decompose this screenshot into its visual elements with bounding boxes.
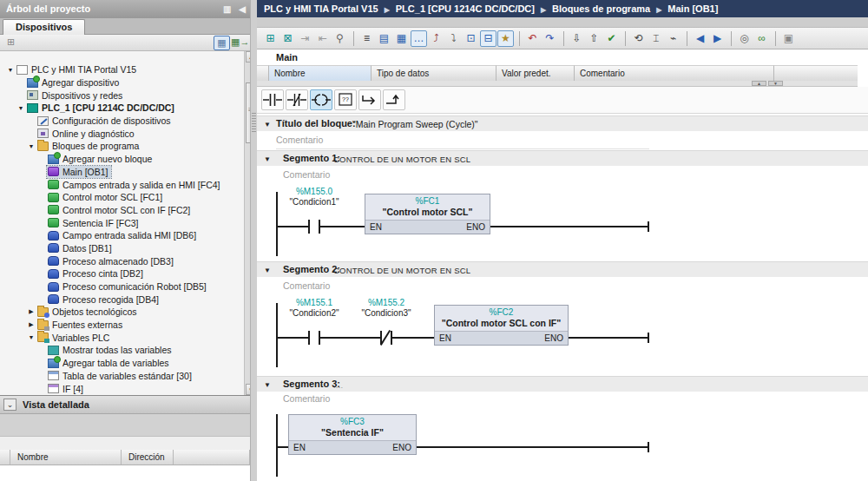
sort-filter-icon[interactable]: ⊞: [3, 36, 18, 49]
collapse-icon[interactable]: ▼: [264, 381, 271, 389]
undo-icon[interactable]: ↶: [524, 30, 541, 47]
tree-item[interactable]: Control motor SCL [FC1]: [0, 191, 244, 204]
network-title-icon[interactable]: ≡: [358, 30, 375, 47]
tree-item[interactable]: ▼PLC y HMI TIA Portal V15: [0, 63, 244, 76]
iface-col-valor[interactable]: Valor predet.: [496, 65, 575, 81]
no-contact[interactable]: [308, 331, 310, 345]
nc-contact-icon[interactable]: [286, 89, 308, 110]
search-icon[interactable]: ◎: [736, 30, 753, 47]
fc-call-block[interactable]: %FC2 "Control motor SCL con IF" EN ENO: [434, 305, 569, 346]
panel-splitter[interactable]: [250, 0, 257, 481]
panel-collapse-icon[interactable]: ◀: [239, 4, 246, 14]
operand-comment-icon[interactable]: ▦: [393, 30, 410, 47]
delete-row-icon[interactable]: ⇤: [314, 30, 331, 47]
tree-item[interactable]: Proceso almacenado [DB3]: [0, 254, 244, 267]
favorites-icon[interactable]: ★: [497, 30, 514, 47]
tree-item[interactable]: ▼Bloques de programa: [0, 140, 244, 153]
expand-boxes-icon[interactable]: ⊡: [463, 30, 479, 47]
expand-icon[interactable]: ▶: [26, 308, 36, 315]
lock-icon[interactable]: ▣: [780, 30, 797, 47]
collapse-icon[interactable]: ▼: [264, 267, 271, 274]
breadcrumb-item[interactable]: Main [OB1]: [667, 3, 718, 14]
no-contact-icon[interactable]: [261, 89, 284, 110]
operand-address[interactable]: %M155.2: [343, 298, 430, 307]
tree-item[interactable]: Agregar dispositivo: [0, 76, 244, 89]
collapse-icon[interactable]: ▼: [264, 155, 271, 163]
tab-dispositivos[interactable]: Dispositivos: [3, 19, 85, 36]
tree-item[interactable]: Online y diagnóstico: [0, 127, 244, 140]
fc-call-block[interactable]: %FC3 "Sentencia IF" EN ENO: [288, 414, 417, 455]
tree-item[interactable]: Proceso recogida [DB4]: [0, 293, 244, 306]
tree-item[interactable]: ▼Variables PLC: [0, 331, 244, 344]
tree-item[interactable]: Dispositivos y redes: [0, 89, 244, 102]
breadcrumb-item[interactable]: Bloques de programa: [552, 3, 650, 14]
segment-2-header[interactable]: ▼ Segmento 2: CONTROL DE UN MOTOR EN SCL: [257, 261, 868, 277]
sync-call-icon[interactable]: ⟲: [630, 30, 647, 47]
operand-name[interactable]: "Condicion1": [271, 197, 358, 207]
empty-box-icon[interactable]: ??: [334, 89, 357, 110]
go-offline-icon[interactable]: ▶: [709, 30, 726, 47]
iface-col-tipo[interactable]: Tipo de datos: [372, 65, 496, 81]
breadcrumb-item[interactable]: PLC y HMI TIA Portal V15: [264, 3, 378, 14]
tree-item[interactable]: ▼PLC_1 [CPU 1214C DC/DC/DC]: [0, 102, 244, 115]
open-branches-icon[interactable]: ⤴: [428, 30, 444, 47]
details-view-icon[interactable]: ▦: [214, 36, 230, 50]
network-comment-icon[interactable]: …: [411, 30, 427, 47]
tree-item[interactable]: Sentencia IF [FC3]: [0, 216, 244, 229]
operand-info-icon[interactable]: ▤: [376, 30, 392, 47]
table-export-icon[interactable]: ▦→: [231, 36, 246, 49]
collapse-boxes-icon[interactable]: ⊟: [480, 30, 496, 47]
open-branch-icon[interactable]: [358, 89, 381, 110]
coil-icon[interactable]: [310, 89, 332, 110]
collapse-icon[interactable]: ▼: [5, 67, 16, 73]
eno-pin[interactable]: ENO: [466, 222, 485, 232]
close-branch-icon[interactable]: [383, 89, 405, 110]
block-comment[interactable]: Comentario: [276, 135, 649, 149]
chevron-down-icon[interactable]: ⌄: [3, 399, 16, 411]
eno-pin[interactable]: ENO: [544, 333, 563, 343]
go-online-icon[interactable]: ◀: [692, 30, 708, 47]
tree-item[interactable]: IF [4]: [0, 382, 244, 395]
detail-col-direccion[interactable]: Dirección: [122, 450, 174, 465]
redo-icon[interactable]: ↷: [542, 30, 558, 47]
operand-name[interactable]: "Condicion3": [343, 308, 430, 318]
collapse-icon[interactable]: ▼: [16, 105, 26, 111]
tree-item[interactable]: Proceso cinta [DB2]: [0, 267, 244, 280]
no-contact[interactable]: [308, 220, 310, 234]
tree-item[interactable]: Proceso comunicación Robot [DB5]: [0, 280, 244, 293]
expand-up-icon[interactable]: ▲: [752, 81, 766, 86]
collapse-icon[interactable]: ▼: [26, 143, 36, 149]
operand-address[interactable]: %M155.0: [271, 187, 358, 196]
tree-item[interactable]: Main [OB1]: [0, 166, 244, 179]
panel-windows-icon[interactable]: ▥: [223, 4, 231, 14]
tree-item[interactable]: Tabla de variables estándar [30]: [0, 370, 244, 383]
insert-operand-icon[interactable]: ⚲: [332, 30, 348, 47]
segment-1-header[interactable]: ▼ Segmento 1: CONTROL DE UN MOTOR EN SCL: [257, 150, 868, 166]
segment-3-title[interactable]: ....: [333, 380, 343, 390]
tree-item[interactable]: Datos [DB1]: [0, 242, 244, 255]
en-pin[interactable]: EN: [370, 222, 382, 232]
tree-item[interactable]: Campos entrada y salida en HMI [FC4]: [0, 178, 244, 191]
upload-icon[interactable]: ⇧: [586, 30, 602, 47]
collapse-icon[interactable]: ▼: [264, 121, 271, 128]
close-branches-icon[interactable]: ⤵: [445, 30, 462, 47]
en-pin[interactable]: EN: [439, 333, 451, 343]
tree-item[interactable]: ▶Objetos tecnológicos: [0, 306, 244, 319]
tree-item[interactable]: ▶Fuentes externas: [0, 319, 244, 332]
splitter-grip-icon[interactable]: [252, 113, 256, 132]
breadcrumb-item[interactable]: PLC_1 [CPU 1214C DC/DC/DC]: [396, 3, 535, 14]
iface-col-comentario[interactable]: Comentario: [575, 65, 774, 81]
compile-icon[interactable]: ✔: [603, 30, 620, 47]
insert-row-icon[interactable]: ⇥: [297, 30, 313, 47]
eno-pin[interactable]: ENO: [392, 443, 411, 452]
expand-icon[interactable]: ▶: [26, 321, 36, 328]
snapshot-icon[interactable]: ⌁: [665, 30, 681, 47]
block-title-value[interactable]: "Main Program Sweep (Cycle)": [352, 119, 478, 129]
block-title-row[interactable]: ▼ Título del bloque: "Main Program Sweep…: [257, 115, 868, 131]
monitoring-glasses-icon[interactable]: ∞: [753, 30, 770, 47]
tree-item[interactable]: Configuración de dispositivos: [0, 115, 244, 128]
tree-item[interactable]: Mostrar todas las variables: [0, 344, 244, 357]
iface-col-nombre[interactable]: Nombre: [269, 65, 372, 81]
segment-3-header[interactable]: ▼ Segmento 3: ....: [257, 376, 868, 392]
monitor-row-icon[interactable]: ⌶: [648, 30, 664, 47]
